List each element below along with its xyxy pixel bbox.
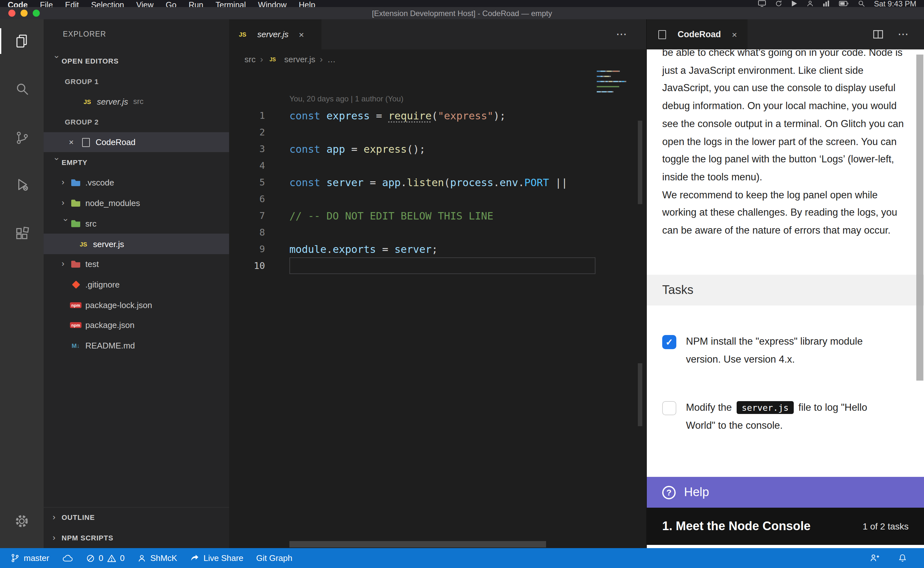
menu-help[interactable]: Help	[299, 0, 315, 7]
tree-item-server-js[interactable]: server.js	[44, 234, 229, 254]
minimap[interactable]	[597, 71, 626, 96]
minimize-window-button[interactable]	[21, 10, 27, 17]
lesson-footer[interactable]: 1. Meet the Node Console 1 of 2 tasks	[647, 508, 924, 545]
menu-edit[interactable]: Edit	[65, 0, 79, 7]
line-number: 3	[229, 144, 265, 154]
help-label: Help	[684, 485, 709, 499]
current-line-highlight	[289, 257, 595, 274]
menu-terminal[interactable]: Terminal	[216, 0, 246, 7]
close-tab-icon[interactable]: ×	[299, 29, 304, 39]
code-line-4[interactable]: 4	[229, 157, 646, 174]
help-button[interactable]: ? Help	[647, 477, 924, 508]
code-line-2[interactable]: 2	[229, 124, 646, 140]
live-share-icon	[190, 553, 200, 563]
menu-selection[interactable]: Selection	[91, 0, 124, 7]
editor-more-actions-icon[interactable]: ⋯	[616, 19, 627, 50]
checkbox-unchecked-icon[interactable]	[662, 401, 676, 415]
split-editor-icon[interactable]	[873, 29, 883, 40]
menu-view[interactable]: View	[136, 0, 154, 7]
js-icon	[78, 239, 89, 249]
breadcrumb-more[interactable]: …	[327, 54, 336, 64]
statusbar-sync[interactable]	[56, 554, 79, 562]
menu-window[interactable]: Window	[258, 0, 286, 7]
file-icon	[81, 137, 91, 147]
menu-code[interactable]: Code	[8, 0, 28, 7]
breadcrumb[interactable]: src › server.js › …	[229, 50, 646, 69]
statusbar-feedback[interactable]	[870, 553, 886, 563]
editor-group-1-label: GROUP 1	[44, 71, 229, 91]
tree-item--gitignore[interactable]: .gitignore	[44, 274, 229, 295]
close-window-button[interactable]	[8, 10, 15, 17]
js-file-icon	[82, 96, 92, 107]
workspace-folder-header[interactable]: › EMPTY	[44, 153, 229, 173]
npm-scripts-section-header[interactable]: › NPM SCRIPTS	[44, 528, 229, 548]
sidebar-title: EXPLORER	[63, 30, 106, 38]
open-editors-header[interactable]: › OPEN EDITORS	[44, 51, 229, 71]
file-name: test	[85, 259, 99, 269]
task-item-2: Modify the server.js file to log "Hello …	[662, 399, 911, 435]
file-name: package.json	[85, 320, 134, 330]
coderoad-webview: be able to check what’s going on in your…	[647, 50, 924, 548]
status-bar: master 0 0 ShMcK Live Share Git Graph	[0, 548, 924, 568]
webview-scrollbar[interactable]	[916, 54, 923, 381]
menubar-clock: Sat 9:43 PM	[874, 0, 916, 7]
md-icon	[71, 340, 81, 351]
tree-item-package-lock-json[interactable]: package-lock.json	[44, 295, 229, 315]
codelens-annotation[interactable]: You, 20 days ago | 1 author (You)	[289, 94, 403, 103]
search-icon[interactable]	[0, 73, 44, 104]
panel-more-actions-icon[interactable]: ⋯	[898, 27, 909, 41]
chevron-down-icon: ›	[52, 56, 62, 65]
close-tab-icon[interactable]: ×	[732, 29, 737, 39]
file-name: .gitignore	[85, 280, 120, 290]
activity-bar	[0, 19, 44, 548]
cloud-icon	[62, 554, 73, 562]
code-line-9[interactable]: 9module.exports = server;	[229, 241, 646, 257]
zoom-window-button[interactable]	[33, 10, 40, 17]
run-debug-icon[interactable]	[0, 169, 44, 199]
open-editor-coderoad[interactable]: × CodeRoad	[44, 132, 229, 153]
tab-server-js[interactable]: server.js ×	[229, 19, 321, 50]
code-line-5[interactable]: 5const server = app.listen(process.env.P…	[229, 174, 646, 190]
open-editor-server-js[interactable]: server.js src	[44, 91, 229, 112]
close-editor-icon[interactable]: ×	[67, 137, 76, 147]
tree-item-test[interactable]: ›test	[44, 254, 229, 274]
titlebar: [Extension Development Host] - CodeRoad …	[0, 7, 924, 19]
line-number: 8	[229, 227, 265, 237]
statusbar-git-graph[interactable]: Git Graph	[250, 553, 299, 563]
tree-item-node-modules[interactable]: ›node_modules	[44, 193, 229, 213]
extensions-icon[interactable]	[0, 218, 44, 249]
display-icon	[758, 0, 766, 7]
code-line-7[interactable]: 7// -- DO NOT EDIT BELOW THIS LINE	[229, 207, 646, 224]
statusbar-account[interactable]: ShMcK	[131, 553, 184, 563]
js-file-icon	[237, 29, 248, 39]
explorer-icon[interactable]	[0, 26, 44, 56]
tree-item-readme-md[interactable]: README.md	[44, 335, 229, 355]
checkbox-checked-icon[interactable]	[662, 335, 676, 349]
horizontal-scrollbar[interactable]	[289, 541, 546, 547]
tree-item-src[interactable]: ›src	[44, 213, 229, 234]
code-line-8[interactable]: 8	[229, 224, 646, 241]
statusbar-notifications[interactable]	[891, 553, 914, 563]
code-line-3[interactable]: 3const app = express();	[229, 140, 646, 157]
statusbar-branch[interactable]: master	[10, 553, 56, 563]
macos-menubar: CodeFileEditSelectionViewGoRunTerminalWi…	[0, 0, 924, 7]
tree-item-package-json[interactable]: package.json	[44, 315, 229, 335]
breadcrumb-file[interactable]: server.js	[284, 54, 315, 64]
settings-gear-icon[interactable]	[0, 506, 44, 536]
menu-go[interactable]: Go	[166, 0, 176, 7]
statusbar-live-share[interactable]: Live Share	[184, 553, 250, 563]
stats-icon	[823, 0, 830, 7]
menu-file[interactable]: File	[40, 0, 53, 7]
tree-item--vscode[interactable]: ›.vscode	[44, 173, 229, 193]
menu-run[interactable]: Run	[188, 0, 203, 7]
code-line-6[interactable]: 6	[229, 190, 646, 207]
file-icon	[657, 29, 667, 39]
code-line-1[interactable]: 1const express = require("express");	[229, 107, 646, 124]
outline-section-header[interactable]: › OUTLINE	[44, 508, 229, 527]
editor-group: server.js × ⋯ src › server.js › … You, 2…	[229, 19, 646, 548]
statusbar-problems[interactable]: 0 0	[79, 553, 131, 563]
source-control-icon[interactable]	[0, 122, 44, 153]
tab-coderoad[interactable]: CodeRoad ×	[647, 19, 747, 50]
task-item-1: NPM install the "express" library module…	[662, 332, 911, 369]
breadcrumb-src[interactable]: src	[244, 54, 256, 64]
